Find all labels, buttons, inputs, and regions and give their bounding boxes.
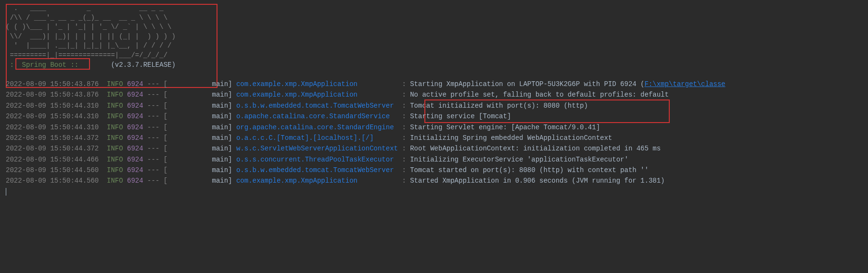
timestamp: 2022-08-09 15:50:44.560 [6, 166, 99, 174]
log-level: INFO [107, 91, 123, 99]
colon: : [398, 80, 410, 88]
timestamp: 2022-08-09 15:50:44.310 [6, 124, 99, 131]
log-line: 2022-08-09 15:50:43.876 INFO 6924 --- [ … [6, 89, 862, 100]
log-line: 2022-08-09 15:50:44.372 INFO 6924 --- [ … [6, 133, 862, 143]
pid: 6924 [127, 134, 143, 142]
separator: --- [ [143, 145, 167, 152]
logger-name: o.s.s.concurrent.ThreadPoolTaskExecutor [236, 156, 398, 163]
thread: main] [167, 112, 236, 120]
timestamp: 2022-08-09 15:50:44.560 [6, 177, 99, 185]
timestamp: 2022-08-09 15:50:44.372 [6, 145, 99, 152]
pid: 6924 [127, 102, 143, 110]
log-level: INFO [107, 177, 123, 185]
log-level: INFO [107, 112, 123, 120]
ascii-art-line: /\\ / ___'_ __ _ _(_)_ __ __ _ \ \ \ \ [6, 13, 176, 23]
pid: 6924 [127, 166, 143, 174]
timestamp: 2022-08-09 15:50:44.310 [6, 102, 99, 110]
separator: --- [ [143, 177, 167, 185]
colon: : [398, 177, 410, 185]
pid: 6924 [127, 177, 143, 185]
log-message: Starting XmpApplication on LAPTOP-5U3K2G… [410, 80, 644, 88]
timestamp: 2022-08-09 15:50:44.310 [6, 112, 99, 120]
log-message: Tomcat started on port(s): 8080 (http) w… [410, 166, 649, 174]
separator: --- [ [143, 134, 167, 142]
thread: main] [167, 80, 236, 88]
version-text: (v2.3.7.RELEASE) [83, 61, 176, 69]
separator: --- [ [143, 166, 167, 174]
pid: 6924 [127, 91, 143, 99]
ascii-art-line: . ____ _ __ _ _ [6, 4, 176, 13]
log-message: Initializing Spring embedded WebApplicat… [410, 134, 612, 142]
log-message: Initializing ExecutorService 'applicatio… [410, 156, 628, 163]
timestamp: 2022-08-09 15:50:43.876 [6, 80, 99, 88]
cursor-line [6, 186, 862, 197]
log-line: 2022-08-09 15:50:44.310 INFO 6924 --- [ … [6, 100, 862, 111]
colon: : [398, 91, 410, 99]
log-message: Tomcat initialized with port(s): 8080 (h… [410, 102, 588, 110]
log-message: Root WebApplicationContext: initializati… [410, 145, 661, 152]
logger-name: com.example.xmp.XmpApplication [236, 91, 398, 99]
log-message: No active profile set, falling back to d… [410, 91, 669, 99]
log-level: INFO [107, 156, 123, 163]
thread: main] [167, 102, 236, 110]
pid: 6924 [127, 145, 143, 152]
log-line: 2022-08-09 15:50:44.310 INFO 6924 --- [ … [6, 111, 862, 122]
thread: main] [167, 91, 236, 99]
log-line: 2022-08-09 15:50:44.466 INFO 6924 --- [ … [6, 154, 862, 165]
log-line: 2022-08-09 15:50:44.560 INFO 6924 --- [ … [6, 165, 862, 175]
separator: --- [ [143, 80, 167, 88]
thread: main] [167, 124, 236, 131]
timestamp: 2022-08-09 15:50:44.372 [6, 134, 99, 142]
log-line: 2022-08-09 15:50:43.876 INFO 6924 --- [ … [6, 79, 862, 89]
logger-name: o.apache.catalina.core.StandardService [236, 112, 398, 120]
ascii-art-line: =========|_|==============|___/=/_/_/_/ [6, 51, 176, 61]
pid: 6924 [127, 80, 143, 88]
log-level: INFO [107, 166, 123, 174]
log-message: Starting service [Tomcat] [410, 112, 511, 120]
spring-boot-label: :: Spring Boot :: [6, 61, 83, 69]
text-cursor [6, 188, 6, 196]
timestamp: 2022-08-09 15:50:44.466 [6, 156, 99, 163]
log-output: 2022-08-09 15:50:43.876 INFO 6924 --- [ … [6, 79, 862, 197]
pid: 6924 [127, 124, 143, 131]
thread: main] [167, 177, 236, 185]
colon: : [398, 102, 410, 110]
colon: : [398, 156, 410, 163]
thread: main] [167, 166, 236, 174]
log-level: INFO [107, 145, 123, 152]
logger-name: org.apache.catalina.core.StandardEngine [236, 124, 398, 131]
file-path-link[interactable]: F:\xmp\target\classe [644, 80, 725, 88]
pid: 6924 [127, 112, 143, 120]
spring-banner: . ____ _ __ _ _ /\\ / ___'_ __ _ _(_)_ _… [6, 4, 176, 70]
colon: : [398, 166, 410, 174]
logger-name: com.example.xmp.XmpApplication [236, 177, 398, 185]
ascii-art-line: \\/ ___)| |_)| | | | | || (_| | ) ) ) ) [6, 32, 176, 42]
banner-footer: :: Spring Boot :: (v2.3.7.RELEASE) [6, 61, 176, 70]
separator: --- [ [143, 156, 167, 163]
colon: : [398, 112, 410, 120]
colon: : [398, 134, 410, 142]
separator: --- [ [143, 124, 167, 131]
separator: --- [ [143, 102, 167, 110]
log-message: Starting Servlet engine: [Apache Tomcat/… [410, 124, 600, 131]
colon: : [398, 145, 410, 152]
log-line: 2022-08-09 15:50:44.310 INFO 6924 --- [ … [6, 122, 862, 133]
colon: : [398, 124, 410, 131]
log-level: INFO [107, 80, 123, 88]
thread: main] [167, 134, 236, 142]
logger-name: o.a.c.c.C.[Tomcat].[localhost].[/] [236, 134, 398, 142]
log-line: 2022-08-09 15:50:44.560 INFO 6924 --- [ … [6, 175, 862, 186]
log-level: INFO [107, 134, 123, 142]
logger-name: o.s.b.w.embedded.tomcat.TomcatWebServer [236, 166, 398, 174]
logger-name: w.s.c.ServletWebServerApplicationContext [236, 145, 398, 152]
thread: main] [167, 145, 236, 152]
logger-name: o.s.b.w.embedded.tomcat.TomcatWebServer [236, 102, 398, 110]
separator: --- [ [143, 112, 167, 120]
pid: 6924 [127, 156, 143, 163]
logger-name: com.example.xmp.XmpApplication [236, 80, 398, 88]
timestamp: 2022-08-09 15:50:43.876 [6, 91, 99, 99]
thread: main] [167, 156, 236, 163]
log-line: 2022-08-09 15:50:44.372 INFO 6924 --- [ … [6, 143, 862, 154]
ascii-art-line: ' |____| .__|_| |_|_| |_\__, | / / / / [6, 41, 176, 51]
log-level: INFO [107, 102, 123, 110]
